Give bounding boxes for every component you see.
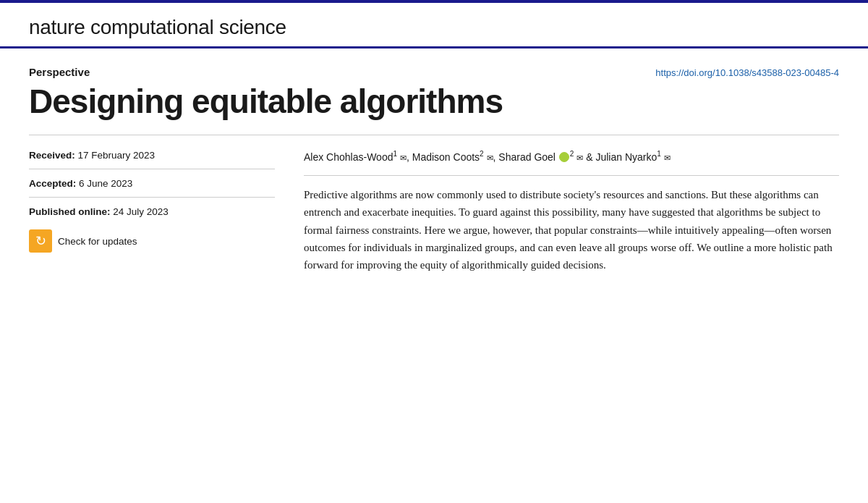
author-1-email-icon: ✉ <box>400 153 407 162</box>
received-label: Received: 17 February 2023 <box>29 150 155 161</box>
check-updates-text: Check for updates <box>58 236 137 247</box>
accepted-row: Accepted: 6 June 2023 <box>29 177 275 190</box>
accepted-value: 6 June 2023 <box>79 178 132 189</box>
author-1-sup: 1 <box>393 150 397 158</box>
page-container: nature computational science Perspective… <box>0 0 868 503</box>
author-2: Madison Coots2 ✉ <box>412 151 493 163</box>
published-label: Published online: 24 July 2023 <box>29 206 169 217</box>
right-column: Alex Chohlas-Wood1 ✉, Madison Coots2 ✉, … <box>304 148 839 274</box>
author-2-email-icon: ✉ <box>487 153 493 162</box>
abstract-text: Predictive algorithms are now commonly u… <box>304 186 839 274</box>
received-value: 17 February 2023 <box>78 150 156 161</box>
author-3-email-icon: ✉ <box>576 153 583 162</box>
accepted-label-text: Accepted: <box>29 178 79 189</box>
title-divider <box>29 135 839 135</box>
author-1: Alex Chohlas-Wood1 ✉ <box>304 151 407 163</box>
authors-divider <box>304 175 839 176</box>
received-row: Received: 17 February 2023 <box>29 148 275 161</box>
check-updates-row[interactable]: ↻ Check for updates <box>29 229 275 253</box>
doi-link[interactable]: https://doi.org/10.1038/s43588-023-00485… <box>655 67 839 78</box>
left-column: Received: 17 February 2023 Accepted: 6 J… <box>29 148 275 274</box>
check-updates-icon: ↻ <box>29 229 52 253</box>
author-4: Julian Nyarko1 ✉ <box>595 151 670 163</box>
content-area: Perspective https://doi.org/10.1038/s435… <box>0 48 868 288</box>
dates-divider-2 <box>29 197 275 198</box>
svg-text:↻: ↻ <box>35 234 46 248</box>
journal-name: nature computational science <box>29 16 286 38</box>
article-title: Designing equitable algorithms <box>29 84 839 119</box>
author-2-sup: 2 <box>480 150 484 158</box>
journal-header: nature computational science <box>0 3 868 48</box>
author-3: Sharad Goel 2 ✉ <box>498 151 583 163</box>
author-4-sup: 1 <box>657 150 661 158</box>
published-value: 24 July 2023 <box>113 206 169 217</box>
two-col-layout: Received: 17 February 2023 Accepted: 6 J… <box>29 148 839 274</box>
author-4-email-icon: ✉ <box>664 153 671 162</box>
received-label-text: Received: <box>29 150 78 161</box>
article-type: Perspective <box>29 66 90 78</box>
accepted-label: Accepted: 6 June 2023 <box>29 178 132 189</box>
author-3-orcid-icon <box>559 152 569 162</box>
article-type-row: Perspective https://doi.org/10.1038/s435… <box>29 63 839 78</box>
authors-line: Alex Chohlas-Wood1 ✉, Madison Coots2 ✉, … <box>304 148 839 165</box>
author-3-sup: 2 <box>570 150 574 158</box>
published-row: Published online: 24 July 2023 <box>29 205 275 218</box>
published-label-text: Published online: <box>29 206 113 217</box>
dates-divider-1 <box>29 169 275 169</box>
